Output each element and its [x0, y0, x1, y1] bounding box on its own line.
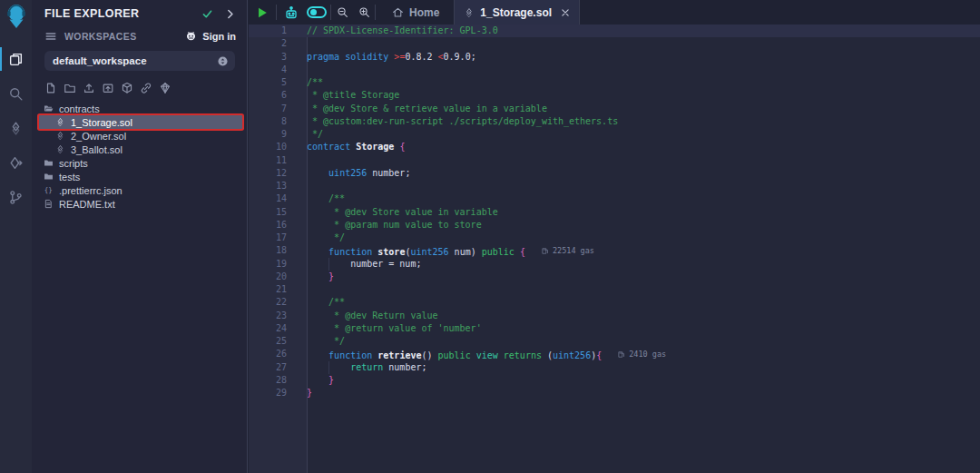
workspaces-menu-icon[interactable] [44, 30, 57, 43]
line-content: /** [287, 192, 345, 205]
zoom-out-button[interactable] [331, 0, 353, 25]
sign-in-label: Sign in [202, 31, 236, 42]
code-line-20[interactable]: 20 } [249, 271, 980, 283]
ai-copilot-icon[interactable] [279, 0, 303, 25]
code-line-1[interactable]: 1// SPDX-License-Identifier: GPL-3.0 [249, 25, 980, 37]
line-number: 2 [249, 37, 287, 50]
line-number: 14 [249, 192, 287, 205]
line-number: 13 [249, 180, 287, 192]
tree-item-tests[interactable]: tests [32, 170, 247, 183]
line-number: 26 [249, 348, 287, 360]
upload-folder-button[interactable] [101, 81, 115, 95]
chevron-right-icon[interactable] [224, 8, 236, 20]
code-line-6[interactable]: 6 * @title Storage [249, 89, 980, 102]
activity-bar [0, 0, 32, 473]
tree-item-label: 2_Owner.sol [71, 131, 126, 142]
code-line-2[interactable]: 2 [249, 37, 980, 50]
code-line-29[interactable]: 29} [249, 387, 980, 399]
line-content: * @dev Return value [287, 310, 438, 322]
tab-1-storage-sol[interactable]: 1_Storage.sol [454, 0, 580, 25]
code-line-12[interactable]: 12 uint256 number; [249, 167, 980, 180]
code-line-24[interactable]: 24 * @return value of 'number' [249, 322, 980, 335]
code-line-26[interactable]: 26 function retrieve() public view retur… [249, 348, 980, 360]
sign-in-button[interactable]: Sign in [184, 31, 236, 43]
git-icon [8, 190, 24, 205]
code-line-3[interactable]: 3pragma solidity >=0.8.2 <0.9.0; [249, 51, 980, 64]
code-line-13[interactable]: 13 [249, 180, 980, 192]
line-content: uint256 number; [287, 167, 410, 180]
code-line-27[interactable]: 27 return number; [249, 361, 980, 374]
code-line-8[interactable]: 8 * @custom:dev-run-script ./scripts/dep… [249, 115, 980, 128]
accept-check-icon[interactable] [201, 8, 213, 20]
tree-item-readme-txt[interactable]: README.txt [32, 197, 247, 211]
code-line-28[interactable]: 28 } [249, 374, 980, 387]
indent-guide [328, 361, 329, 374]
code-line-21[interactable]: 21 [249, 283, 980, 296]
sidebar-item-search[interactable] [0, 76, 32, 111]
line-content: */ [287, 128, 323, 141]
code-line-9[interactable]: 9 */ [249, 128, 980, 141]
clone-button[interactable] [139, 81, 153, 95]
tab-home[interactable]: Home [379, 0, 454, 25]
code-line-22[interactable]: 22 /** [249, 296, 980, 309]
code-line-7[interactable]: 7 * @dev Store & retrieve value in a var… [249, 103, 980, 115]
sidebar-item-solidity-compiler[interactable] [0, 111, 32, 145]
solidity-icon [55, 131, 65, 141]
sidebar-item-git[interactable] [0, 180, 32, 214]
gas-pump-icon [542, 247, 549, 255]
line-number: 3 [249, 51, 287, 64]
workspace-stepper-icon[interactable] [217, 55, 229, 67]
code-line-17[interactable]: 17 */ [249, 232, 980, 244]
publish-gem-button[interactable] [158, 81, 172, 95]
close-icon[interactable] [561, 8, 570, 17]
line-number: 6 [249, 89, 287, 102]
tree-item-1-storage-sol[interactable]: 1_Storage.sol [39, 115, 242, 129]
file-icon [44, 199, 54, 209]
code-line-10[interactable]: 10contract Storage { [249, 141, 980, 153]
tree-item-3-ballot-sol[interactable]: 3_Ballot.sol [32, 143, 247, 156]
code-line-11[interactable]: 11 [249, 154, 980, 167]
code-line-18[interactable]: 18 function store(uint256 num) public {2… [249, 244, 980, 257]
tree-item-prettierrc-json[interactable]: {}.prettierrc.json [32, 183, 247, 197]
sidebar-item-file-explorer[interactable] [0, 42, 32, 76]
code-line-4[interactable]: 4 [249, 64, 980, 76]
tab-file-label: 1_Storage.sol [480, 6, 552, 19]
tree-item-contracts[interactable]: contracts [32, 102, 247, 115]
home-icon [392, 6, 404, 18]
zoom-in-button[interactable] [353, 0, 375, 25]
line-content [287, 64, 307, 76]
template-cube-button[interactable] [120, 81, 134, 95]
code-line-14[interactable]: 14 /** [249, 192, 980, 205]
new-file-button[interactable] [44, 81, 58, 95]
code-line-25[interactable]: 25 */ [249, 335, 980, 348]
code-editor[interactable]: 1// SPDX-License-Identifier: GPL-3.023pr… [249, 25, 980, 473]
line-number: 12 [249, 167, 287, 180]
tree-item-label: 1_Storage.sol [71, 117, 132, 128]
solidity-file-icon [464, 7, 475, 18]
ai-copilot-toggle[interactable] [303, 0, 330, 25]
solidity-icon [55, 144, 65, 154]
line-content: * @custom:dev-run-script ./scripts/deplo… [287, 115, 618, 128]
tree-item-2-owner-sol[interactable]: 2_Owner.sol [32, 129, 247, 143]
deploy-icon [8, 155, 24, 171]
tree-item-label: .prettierrc.json [59, 185, 122, 196]
workspace-select[interactable]: default_workspace [44, 51, 235, 71]
line-number: 25 [249, 335, 287, 348]
run-script-button[interactable] [249, 0, 276, 25]
code-line-15[interactable]: 15 * @dev Store value in variable [249, 206, 980, 219]
sidebar-item-deploy-run[interactable] [0, 145, 32, 180]
new-folder-button[interactable] [63, 81, 77, 95]
tree-item-label: tests [59, 172, 80, 182]
remix-logo-icon[interactable] [3, 2, 30, 31]
gas-estimate-badge: 2410 gas [618, 348, 666, 360]
line-content: function store(uint256 num) public {2251… [287, 244, 594, 257]
line-number: 18 [249, 244, 287, 257]
gas-estimate-badge: 22514 gas [542, 244, 594, 257]
line-content: * @return value of 'number' [287, 322, 482, 335]
code-line-5[interactable]: 5/** [249, 76, 980, 89]
code-line-16[interactable]: 16 * @param num value to store [249, 219, 980, 232]
code-line-19[interactable]: 19 number = num; [249, 258, 980, 271]
tree-item-scripts[interactable]: scripts [32, 156, 247, 170]
code-line-23[interactable]: 23 * @dev Return value [249, 310, 980, 322]
upload-file-button[interactable] [82, 81, 96, 95]
